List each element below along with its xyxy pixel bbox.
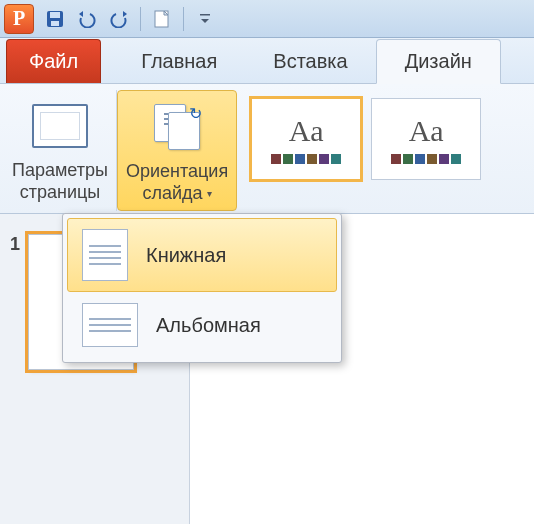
page-setup-label: Параметры страницы: [12, 160, 108, 203]
redo-button[interactable]: [104, 5, 134, 33]
ribbon-tabs: Файл Главная Вставка Дизайн: [0, 38, 534, 84]
quick-access-toolbar: P: [0, 0, 534, 38]
new-doc-icon: [153, 9, 171, 29]
landscape-icon: [82, 303, 138, 347]
theme-preview-text: Aa: [289, 114, 324, 148]
orientation-menu: Книжная Альбомная: [62, 213, 342, 363]
orientation-landscape[interactable]: Альбомная: [67, 292, 337, 358]
qat-customize-button[interactable]: [190, 5, 220, 33]
orientation-portrait[interactable]: Книжная: [67, 218, 337, 292]
save-button[interactable]: [40, 5, 70, 33]
tab-design[interactable]: Дизайн: [376, 39, 501, 84]
theme-thumb-2[interactable]: Aa: [371, 98, 481, 180]
portrait-icon: [82, 229, 128, 281]
qat-separator-2: [183, 7, 184, 31]
svg-rect-1: [50, 12, 60, 18]
svg-rect-4: [200, 14, 210, 16]
qat-separator: [140, 7, 141, 31]
orientation-label: Ориентация слайда▾: [126, 161, 228, 204]
tab-insert[interactable]: Вставка: [245, 40, 375, 83]
theme-swatches: [271, 154, 341, 164]
orientation-landscape-label: Альбомная: [156, 314, 261, 337]
redo-icon: [108, 10, 130, 28]
tab-home[interactable]: Главная: [113, 40, 245, 83]
page-setup-icon: [32, 104, 88, 148]
swap-arrow-icon: ↻: [189, 104, 202, 123]
orientation-icon: ↻: [148, 102, 206, 152]
orientation-portrait-label: Книжная: [146, 244, 226, 267]
theme-gallery: Aa Aa: [237, 90, 485, 211]
slide-orientation-button[interactable]: ↻ Ориентация слайда▾: [117, 90, 237, 211]
svg-rect-2: [51, 21, 59, 26]
theme-swatches: [391, 154, 461, 164]
tab-file[interactable]: Файл: [6, 39, 101, 83]
chevron-down-icon: ▾: [207, 188, 212, 199]
chevron-down-icon: [199, 12, 211, 26]
app-icon: P: [4, 4, 34, 34]
theme-thumb-1[interactable]: Aa: [251, 98, 361, 180]
slide-index: 1: [10, 234, 20, 370]
undo-icon: [76, 10, 98, 28]
theme-preview-text: Aa: [409, 114, 444, 148]
page-setup-button[interactable]: Параметры страницы: [4, 90, 117, 211]
save-icon: [45, 9, 65, 29]
ribbon: Параметры страницы ↻ Ориентация слайда▾ …: [0, 84, 534, 214]
undo-button[interactable]: [72, 5, 102, 33]
new-doc-button[interactable]: [147, 5, 177, 33]
